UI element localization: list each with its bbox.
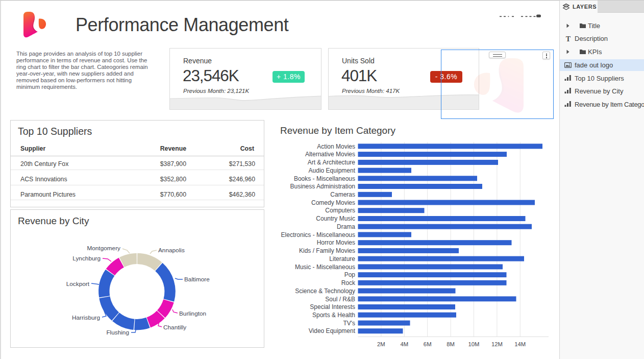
svg-text:Electronics - Miscellaneous: Electronics - Miscellaneous (281, 231, 355, 238)
svg-text:Audio Equipment: Audio Equipment (309, 167, 356, 174)
svg-text:14M: 14M (514, 341, 526, 347)
svg-text:4M: 4M (400, 341, 408, 347)
svg-text:Soul / R&B: Soul / R&B (325, 296, 355, 303)
svg-text:10M: 10M (468, 341, 480, 347)
svg-text:Comedy Movies: Comedy Movies (311, 199, 355, 206)
svg-text:Business Administration: Business Administration (290, 183, 355, 190)
svg-text:TV's: TV's (343, 320, 355, 327)
svg-text:Rock: Rock (341, 279, 356, 286)
svg-text:Computers: Computers (325, 207, 355, 214)
svg-text:2M: 2M (377, 341, 385, 347)
svg-text:Country Music: Country Music (316, 215, 355, 222)
svg-text:Action Movies: Action Movies (317, 143, 355, 150)
svg-text:6M: 6M (424, 341, 432, 347)
svg-text:Science & Technology: Science & Technology (295, 288, 355, 295)
svg-text:Alternative Movies: Alternative Movies (305, 151, 355, 158)
svg-text:T: T (566, 35, 571, 42)
svg-text:Special Interests: Special Interests (310, 303, 355, 310)
svg-text:Art & Architecture: Art & Architecture (308, 159, 356, 166)
svg-text:Literature: Literature (329, 255, 355, 262)
svg-text:Kids / Family Movies: Kids / Family Movies (299, 247, 355, 254)
svg-text:Pop: Pop (344, 271, 356, 278)
svg-text:Books - Miscellaneous: Books - Miscellaneous (294, 175, 355, 182)
svg-text:Horror Movies: Horror Movies (317, 239, 355, 246)
svg-text:Sports & Health: Sports & Health (312, 312, 355, 319)
svg-text:8M: 8M (447, 341, 455, 347)
svg-text:12M: 12M (491, 341, 503, 347)
svg-text:Music - Miscellaneous: Music - Miscellaneous (295, 264, 355, 271)
svg-text:Drama: Drama (337, 223, 355, 230)
svg-text:Video Equipment: Video Equipment (309, 327, 356, 334)
svg-text:Cameras: Cameras (330, 191, 355, 198)
